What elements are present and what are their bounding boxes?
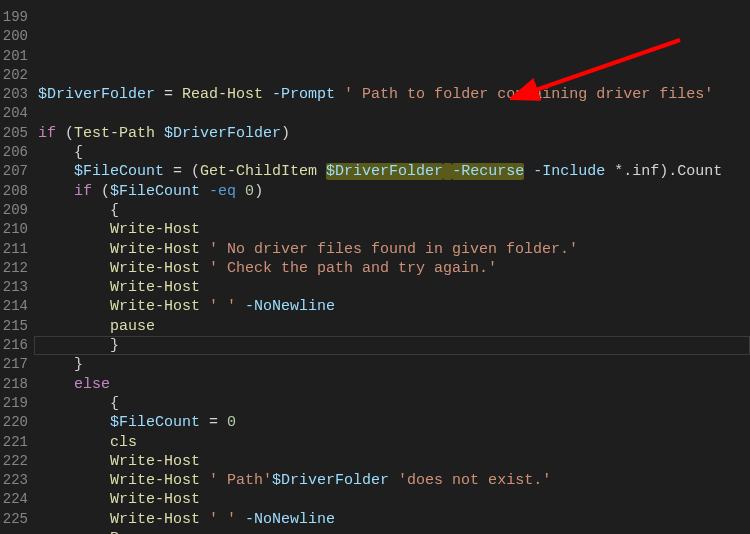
line-number: 208 — [0, 182, 28, 201]
token-punc — [236, 183, 245, 200]
code-line[interactable]: Write-Host ' Path'$DriverFolder 'does no… — [38, 471, 750, 490]
token-punc — [524, 163, 533, 180]
token-punc — [263, 86, 272, 103]
token-punc: ( — [56, 125, 74, 142]
code-line[interactable]: $DriverFolder = Read-Host -Prompt ' Path… — [38, 85, 750, 104]
line-number: 199 — [0, 8, 28, 27]
code-line[interactable]: $FileCount = 0 — [38, 413, 750, 432]
token-bare: Count — [677, 163, 722, 180]
token-punc — [38, 414, 110, 431]
token-cmd: Get-ChildItem — [200, 163, 317, 180]
token-param: -Include — [533, 163, 605, 180]
token-str: ' Path to folder containing driver files… — [344, 86, 713, 103]
line-number: 210 — [0, 220, 28, 239]
line-number: 215 — [0, 317, 28, 336]
line-number: 206 — [0, 143, 28, 162]
line-number: 209 — [0, 201, 28, 220]
token-punc: { — [38, 395, 119, 412]
token-cmd: Write-Host — [110, 260, 200, 277]
code-line[interactable]: Write-Host ' ' -NoNewline — [38, 510, 750, 529]
token-param: -NoNewline — [245, 298, 335, 315]
token-punc: { — [38, 144, 83, 161]
code-line[interactable] — [38, 104, 750, 123]
token-punc — [38, 491, 110, 508]
token-punc: } — [38, 356, 83, 373]
token-punc — [38, 183, 74, 200]
token-punc — [335, 86, 344, 103]
line-number: 203 — [0, 85, 28, 104]
line-number: 217 — [0, 355, 28, 374]
code-line[interactable]: { — [38, 394, 750, 413]
code-line[interactable]: Write-Host ' ' -NoNewline — [38, 297, 750, 316]
line-number: 205 — [0, 124, 28, 143]
code-line[interactable]: } — [38, 355, 750, 374]
token-punc: = — [200, 414, 227, 431]
token-punc: { — [38, 202, 119, 219]
token-var: $FileCount — [74, 163, 164, 180]
code-line[interactable]: cls — [38, 433, 750, 452]
code-line[interactable]: Write-Host — [38, 278, 750, 297]
token-punc — [200, 260, 209, 277]
token-str: ' No driver files found in given folder.… — [209, 241, 578, 258]
code-line[interactable]: { — [38, 143, 750, 162]
code-editor[interactable]: 1992002012022032042052062072082092102112… — [0, 0, 750, 534]
code-line[interactable] — [38, 66, 750, 85]
token-punc — [38, 376, 74, 393]
line-number: 207 — [0, 162, 28, 181]
token-kw: else — [74, 376, 110, 393]
code-line[interactable]: if ($FileCount -eq 0) — [38, 182, 750, 201]
token-cmd: Write-Host — [110, 221, 200, 238]
token-str: ' ' — [209, 298, 236, 315]
line-number: 214 — [0, 297, 28, 316]
token-punc — [38, 453, 110, 470]
token-punc — [200, 511, 209, 528]
line-number: 220 — [0, 413, 28, 432]
token-punc — [443, 163, 452, 180]
token-cmd: cls — [110, 434, 137, 451]
token-punc: } — [38, 337, 119, 354]
token-punc — [200, 183, 209, 200]
token-param: -Recurse — [452, 163, 524, 180]
token-cmd: Write-Host — [110, 453, 200, 470]
code-line[interactable]: Write-Host — [38, 490, 750, 509]
line-number: 218 — [0, 375, 28, 394]
token-str: ' ' — [209, 511, 236, 528]
code-area[interactable]: $DriverFolder = Read-Host -Prompt ' Path… — [34, 0, 750, 534]
token-punc: = ( — [164, 163, 200, 180]
token-punc: ( — [92, 183, 110, 200]
token-paramblue: -eq — [209, 183, 236, 200]
code-line[interactable]: Write-Host ' No driver files found in gi… — [38, 240, 750, 259]
line-number: 219 — [0, 394, 28, 413]
code-line[interactable]: else — [38, 375, 750, 394]
token-cmd: Write-Host — [110, 298, 200, 315]
code-line[interactable]: $FileCount = (Get-ChildItem $DriverFolde… — [38, 162, 750, 181]
line-number: 223 — [0, 471, 28, 490]
code-line[interactable]: Pause — [38, 529, 750, 534]
token-num: 0 — [245, 183, 254, 200]
token-punc — [236, 511, 245, 528]
token-cmd: Write-Host — [110, 491, 200, 508]
code-line[interactable]: Write-Host — [38, 452, 750, 471]
code-line[interactable]: Write-Host ' Check the path and try agai… — [38, 259, 750, 278]
token-cmd: Write-Host — [110, 472, 200, 489]
line-number: 224 — [0, 490, 28, 509]
token-str: 'does not exist.' — [398, 472, 551, 489]
line-number: 216 — [0, 336, 28, 355]
token-var: $FileCount — [110, 414, 200, 431]
token-cmd: Write-Host — [110, 241, 200, 258]
code-line[interactable]: } — [38, 336, 750, 355]
line-number: 212 — [0, 259, 28, 278]
code-line[interactable]: pause — [38, 317, 750, 336]
token-punc: ) — [254, 183, 263, 200]
line-number: 222 — [0, 452, 28, 471]
code-line[interactable]: { — [38, 201, 750, 220]
token-punc — [38, 530, 110, 534]
line-number: 202 — [0, 66, 28, 85]
token-punc — [38, 241, 110, 258]
line-number-gutter: 1992002012022032042052062072082092102112… — [0, 0, 34, 534]
token-cmd: Read-Host — [182, 86, 263, 103]
token-punc — [38, 318, 110, 335]
code-line[interactable]: if (Test-Path $DriverFolder) — [38, 124, 750, 143]
token-var: $DriverFolder — [272, 472, 389, 489]
code-line[interactable]: Write-Host — [38, 220, 750, 239]
